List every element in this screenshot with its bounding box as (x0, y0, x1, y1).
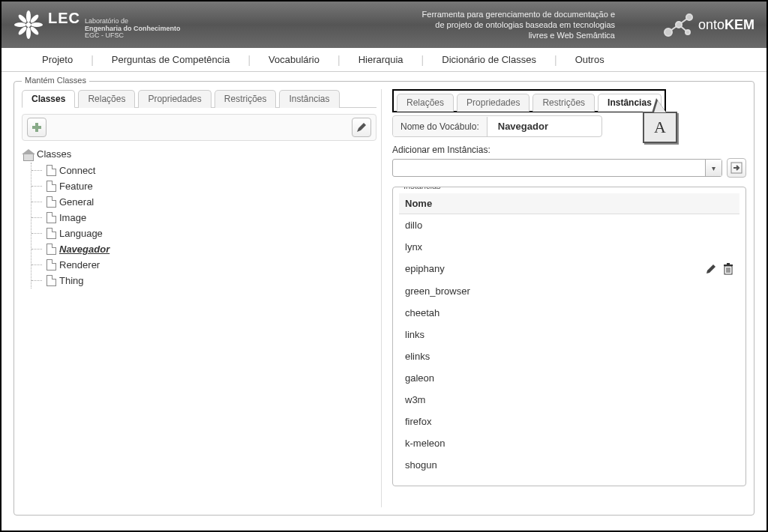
instances-legend: Instâncias (400, 187, 444, 190)
table-row[interactable]: elinks (399, 345, 740, 367)
svg-point-1 (26, 10, 31, 22)
org-line3: EGC - UFSC (85, 32, 181, 40)
svg-point-2 (26, 27, 31, 39)
mantem-classes-panel: Mantém Classes Classes Relações Propried… (14, 81, 754, 516)
rtab-relacoes[interactable]: Relações (397, 94, 454, 112)
table-row[interactable]: w3m (399, 389, 740, 411)
tree-root-label: Classes (37, 148, 71, 160)
instance-name: green_browser (405, 285, 470, 297)
brand-suffix: KEM (724, 17, 754, 32)
ontokem-logo-icon (662, 11, 694, 38)
edit-row-button[interactable] (705, 263, 717, 275)
menu-vocabulario[interactable]: Vocabulário (250, 54, 338, 65)
tree-item-label: Feature (59, 181, 93, 192)
svg-point-3 (14, 22, 26, 27)
edit-button[interactable] (352, 118, 371, 137)
svg-rect-36 (727, 263, 730, 265)
col-nome: Nome (399, 193, 740, 214)
panel-legend: Mantém Classes (22, 76, 89, 85)
instance-name: epiphany (405, 263, 445, 274)
tree-item[interactable]: Language (32, 226, 376, 241)
chevron-down-icon[interactable]: ▾ (705, 160, 722, 176)
brand-prefix: onto (698, 17, 724, 32)
tree-item-label: Connect (59, 165, 95, 176)
tree-item[interactable]: Thing (32, 273, 376, 288)
table-row[interactable]: epiphany (399, 258, 740, 280)
table-row[interactable]: dillo (399, 214, 740, 237)
table-row[interactable]: green_browser (399, 280, 740, 302)
class-tree: Classes ConnectFeatureGeneralImageLangua… (22, 148, 376, 288)
menu-hierarquia[interactable]: Hierarquia (340, 54, 422, 65)
menu-dicionario[interactable]: Dicionário de Classes (424, 54, 554, 65)
trash-icon (723, 263, 734, 275)
vocab-row: Nome do Vocábulo: Navegador (392, 115, 602, 137)
tree-item[interactable]: Navegador (32, 241, 376, 257)
svg-point-6 (29, 25, 40, 36)
svg-point-12 (664, 28, 672, 36)
svg-point-0 (26, 22, 31, 27)
submit-add-button[interactable] (727, 158, 746, 178)
file-icon (46, 165, 56, 176)
instance-name: galeon (405, 372, 434, 384)
svg-point-15 (686, 30, 690, 34)
tab-restricoes[interactable]: Restrições (214, 90, 277, 108)
table-row[interactable]: cheetah (399, 302, 740, 324)
tree-item[interactable]: Feature (32, 178, 376, 194)
tree-item-label: Navegador (59, 244, 110, 255)
tab-relacoes[interactable]: Relações (78, 90, 135, 108)
tree-item[interactable]: Renderer (32, 257, 376, 273)
lec-logo-icon (14, 10, 44, 40)
table-row[interactable]: links (399, 324, 740, 345)
instances-fieldset: Instâncias Nome dillolynxepiphanygreen_b… (392, 187, 746, 486)
tree-item-label: Renderer (59, 259, 100, 270)
instance-name: lynx (405, 241, 422, 253)
tree-item-label: Language (59, 228, 103, 239)
menu-outros[interactable]: Outros (557, 54, 622, 65)
home-icon (22, 149, 34, 160)
brand-name: ontoKEM (698, 17, 754, 33)
table-row[interactable]: firefox (399, 411, 740, 432)
instance-name: shogun (405, 459, 437, 471)
tab-instancias[interactable]: Instâncias (279, 90, 339, 108)
table-row[interactable]: shogun (399, 454, 740, 476)
file-icon (46, 275, 56, 286)
tree-item[interactable]: Connect (32, 163, 376, 178)
row-actions (705, 263, 734, 275)
tagline-line: de projeto de ontologias baseada em tecn… (285, 19, 615, 30)
tree-item-label: Thing (59, 275, 84, 286)
arrow-right-box-icon (730, 162, 742, 174)
tab-classes[interactable]: Classes (22, 90, 75, 108)
file-icon (46, 181, 56, 192)
add-button[interactable] (27, 118, 46, 137)
table-row[interactable]: lynx (399, 236, 740, 258)
left-toolbar (22, 114, 376, 141)
svg-point-13 (676, 22, 682, 28)
menu-projeto[interactable]: Projeto (24, 54, 91, 65)
delete-row-button[interactable] (723, 263, 734, 275)
table-row[interactable]: k-meleon (399, 432, 740, 454)
rtab-propriedades[interactable]: Propriedades (457, 94, 530, 112)
tree-item[interactable]: Image (32, 210, 376, 226)
lec-wordmark: LEC (48, 10, 80, 26)
tagline-line: livres e Web Semântica (285, 30, 615, 40)
tab-propriedades[interactable]: Propriedades (138, 90, 211, 108)
file-icon (46, 259, 56, 270)
file-icon (46, 196, 56, 208)
svg-point-4 (31, 22, 43, 27)
instance-name: cheetah (405, 307, 440, 318)
logo-right: ontoKEM (662, 11, 754, 38)
file-icon (46, 228, 56, 239)
instance-name: firefox (405, 416, 431, 427)
right-tabs: Relações Propriedades Restrições Instânc… (397, 93, 662, 111)
table-row[interactable]: galeon (399, 367, 740, 389)
add-instance-dropdown[interactable]: ▾ (392, 159, 722, 177)
rtab-restricoes[interactable]: Restrições (532, 94, 595, 112)
annotation-label: A (643, 112, 677, 143)
tree-root[interactable]: Classes (22, 148, 376, 160)
tree-item[interactable]: General (32, 194, 376, 210)
logo-left: LEC Laboratório de Engenharia do Conheci… (14, 10, 181, 40)
header-tagline: Ferramenta para gerenciamento de documen… (285, 9, 615, 41)
file-icon (46, 212, 56, 223)
left-panel: Classes Relações Propriedades Restrições… (22, 89, 382, 507)
menu-perguntas[interactable]: Perguntas de Competência (94, 54, 248, 65)
